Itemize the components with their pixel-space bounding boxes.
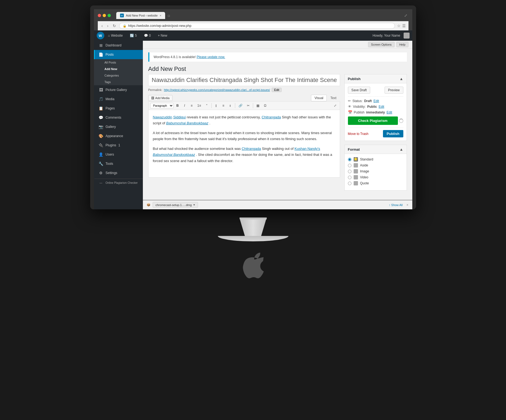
howdy-text[interactable]: Howdy, Your Name (373, 34, 400, 37)
editor-body[interactable]: Nawazuddin Siddiqui reveals it was not j… (148, 110, 340, 178)
status-edit-link[interactable]: Edit (373, 99, 379, 103)
admin-bar-right: Howdy, Your Name (373, 33, 410, 39)
format-radio-image[interactable] (348, 170, 351, 173)
admin-bar-updates[interactable]: 🔄 5 (128, 31, 139, 40)
media-icon: 🎵 (99, 97, 103, 101)
publish-button[interactable]: Publish (383, 130, 403, 137)
tab-text[interactable]: Text (327, 95, 340, 101)
menu-icon[interactable]: ☰ (402, 24, 406, 28)
add-media-button[interactable]: 🖼 Add Media (148, 95, 173, 101)
plugins-badge: 1 (118, 143, 120, 147)
post-title-input[interactable] (148, 74, 340, 86)
refresh-button[interactable]: ↻ (112, 23, 117, 29)
format-panel-toggle[interactable]: ▲ (400, 147, 403, 151)
forward-button[interactable]: › (106, 23, 109, 29)
nawazuddin-link[interactable]: Nawazuddin (153, 115, 172, 119)
editor-main: Permalink: http://nptest.whizzygeeks.com… (148, 74, 340, 194)
blockquote-button[interactable]: " (204, 103, 210, 109)
sidebar-item-comments[interactable]: 💬 Comments (94, 113, 143, 122)
admin-bar-new[interactable]: + New (156, 31, 169, 40)
window-expand[interactable]: ⤢ (403, 12, 408, 19)
special-chars-button[interactable]: Ω (262, 103, 268, 109)
bookmark-icon[interactable]: ☆ (397, 24, 401, 28)
preview-button[interactable]: Preview (385, 87, 403, 94)
table-button[interactable]: ▦ (255, 103, 261, 109)
toolbar-separator-3 (253, 103, 253, 108)
format-radio-aside[interactable] (348, 164, 351, 167)
close-button[interactable] (98, 14, 101, 17)
all-posts-label: All Posts (105, 61, 116, 64)
publish-panel-header: Publish ▲ (345, 74, 407, 83)
unordered-list-button[interactable]: ≡ (189, 103, 195, 109)
sidebar-item-tools[interactable]: 🔧 Tools (94, 159, 143, 168)
align-left-button[interactable]: ⫿ (213, 103, 219, 109)
sidebar-item-posts[interactable]: 📄 Posts (94, 50, 143, 59)
chitrangada-link-1[interactable]: Chitrangada (262, 115, 281, 119)
align-right-button[interactable]: ⫾ (227, 103, 233, 109)
sidebar-appearance-label: Appearance (106, 134, 123, 138)
sidebar-item-plagiarism[interactable]: — Online Plagiarism Checker (94, 179, 143, 187)
sidebar-item-media[interactable]: 🎵 Media (94, 94, 143, 104)
permalink-url[interactable]: http://nptest.whizzygeeks.com/uncategori… (164, 88, 270, 91)
maximize-button[interactable] (108, 14, 111, 17)
minimize-button[interactable] (103, 14, 106, 17)
unlink-button[interactable]: ✂ (245, 103, 251, 109)
back-button[interactable]: ‹ (100, 23, 104, 29)
sidebar-media-label: Media (106, 97, 115, 101)
status-icon: ✏ (348, 99, 351, 103)
sidebar-item-tags[interactable]: Tags (94, 79, 143, 85)
format-option-image: Image (348, 169, 403, 173)
move-to-trash-link[interactable]: Move to Trash (348, 132, 369, 136)
picture-gallery-label: Picture Gallery (106, 88, 127, 92)
format-radio-video[interactable] (348, 176, 351, 179)
permalink-edit-button[interactable]: Edit (272, 88, 282, 92)
update-link[interactable]: Please update now. (197, 55, 225, 59)
active-tab[interactable]: W Add New Post ‹ website × (116, 12, 165, 19)
align-center-button[interactable]: ≡ (220, 103, 226, 109)
kushan-link[interactable]: Kushan Nandy's (294, 147, 320, 151)
italic-button[interactable]: I (182, 103, 188, 109)
sidebar-item-dashboard[interactable]: ⊞ Dashboard (94, 41, 143, 50)
new-tab-button[interactable]: □ (165, 12, 172, 19)
link-button[interactable]: 🔗 (237, 103, 244, 109)
expand-button[interactable]: ⤢ (332, 103, 338, 109)
sidebar-item-users[interactable]: 👤 Users (94, 150, 143, 159)
sidebar-item-all-posts[interactable]: All Posts (94, 59, 143, 66)
sidebar-item-gallery[interactable]: 📷 Gallery (94, 122, 143, 131)
publish-time-edit-link[interactable]: Edit (386, 110, 392, 114)
check-plagiarism-button[interactable]: Check Plagiarism (348, 116, 398, 125)
publish-panel-toggle[interactable]: ▲ (400, 77, 403, 81)
siddiqui-link[interactable]: Siddiqui (173, 115, 186, 119)
sidebar-posts-label: Posts (106, 53, 114, 56)
format-radio-quote[interactable] (348, 182, 351, 185)
format-label-aside: Aside (360, 163, 368, 167)
babumoshai-link-2[interactable]: Babumoshai Bandookbaaz (153, 153, 195, 157)
sidebar-item-pages[interactable]: 📋 Pages (94, 104, 143, 113)
download-dropdown-arrow[interactable]: ▾ (193, 203, 195, 207)
help-button[interactable]: Help (396, 42, 408, 47)
sidebar-item-plugins[interactable]: 🔌 Plugins 1 (94, 141, 143, 150)
download-bar-close[interactable]: × (406, 203, 408, 207)
tab-close-button[interactable]: × (160, 14, 161, 17)
sidebar-item-picture-gallery[interactable]: 🖼 Picture Gallery (94, 85, 143, 94)
ordered-list-button[interactable]: 1≡ (196, 103, 203, 109)
sidebar-item-categories[interactable]: Categories (94, 72, 143, 79)
visibility-edit-link[interactable]: Edit (379, 105, 384, 109)
screen-options-button[interactable]: Screen Options (368, 42, 395, 47)
sidebar-item-add-new[interactable]: Add New (94, 66, 143, 72)
tab-visual[interactable]: Visual (311, 95, 327, 101)
chitrangada-link-2[interactable]: Chitrangada (242, 147, 261, 151)
bold-button[interactable]: B (175, 103, 181, 109)
format-radio-standard[interactable] (348, 158, 351, 161)
paragraph-select[interactable]: Paragraph (150, 103, 174, 108)
show-all-button[interactable]: ↑ Show All (389, 203, 403, 207)
admin-bar-site[interactable]: ⌂ Website (106, 31, 124, 40)
save-draft-button[interactable]: Save Draft (348, 87, 370, 94)
admin-bar-comments[interactable]: 💬 0 (142, 31, 153, 40)
url-input[interactable]: 🔒 https://website.com/wp-admin/post-new.… (119, 23, 395, 29)
sidebar-item-settings[interactable]: ⚙ Settings (94, 168, 143, 178)
babumoshai-link[interactable]: Babumoshai Bandookbaaz (166, 121, 208, 125)
wp-logo[interactable]: W (97, 32, 104, 39)
permalink-label: Permalink: (148, 88, 162, 91)
sidebar-item-appearance[interactable]: 🎨 Appearance (94, 131, 143, 141)
